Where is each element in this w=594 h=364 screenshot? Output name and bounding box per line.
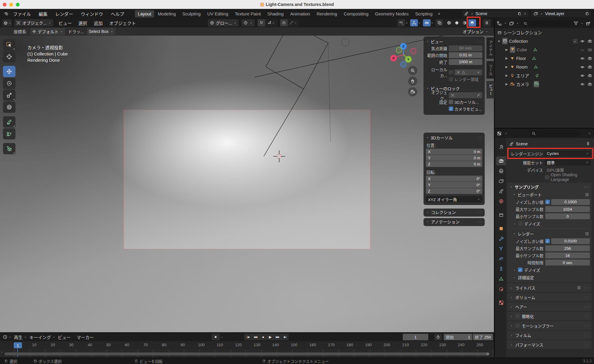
viewport-denoise-header[interactable]: › デノイズ [507, 220, 592, 227]
render-min-samples-field[interactable]: 16 [545, 252, 590, 258]
render-visibility-icon[interactable] [587, 82, 592, 87]
tab-world-properties[interactable] [496, 197, 506, 206]
shading-material-button[interactable] [461, 19, 468, 26]
workspace-tab[interactable]: Animation [287, 10, 313, 18]
scene-selector[interactable]: Scene [462, 10, 529, 17]
sampling-render-header[interactable]: レンダー [507, 230, 592, 237]
osl-checkbox[interactable] [545, 175, 549, 179]
clip-start-field[interactable]: 0.01 m [449, 52, 482, 58]
sampling-panel-header[interactable]: サンプリング:::: [507, 183, 592, 191]
light-paths-panel-header[interactable]: ›ライトパス:::: [507, 283, 592, 292]
film-panel-header[interactable]: ›フィルム:::: [507, 331, 592, 339]
jump-to-start-button[interactable]: |◀ [244, 334, 252, 340]
render-visibility-icon[interactable] [587, 39, 592, 44]
options-dropdown[interactable]: オプション [461, 28, 490, 35]
focal-length-field[interactable]: 50 mm [449, 45, 482, 51]
shading-solid-button[interactable] [453, 19, 461, 26]
snap-toggle-button[interactable] [257, 19, 265, 26]
properties-editor-icon[interactable] [497, 131, 502, 136]
menu-item[interactable]: 選択 [78, 20, 87, 26]
outliner-row-object[interactable]: ▶ Room [495, 63, 594, 71]
tool-rotate[interactable] [3, 78, 15, 89]
coord-system-dropdown[interactable]: デフォルト [30, 28, 65, 35]
timeline-scrollbar[interactable] [4, 352, 489, 355]
xray-toggle-button[interactable] [436, 19, 443, 26]
render-denoise-header[interactable]: › デノイズ [507, 266, 592, 274]
hidden-eye-icon[interactable] [580, 47, 585, 52]
render-region-checkbox[interactable] [449, 77, 453, 81]
cursor-loc-x-field[interactable]: X0 m [426, 149, 482, 155]
simplify-panel-header[interactable]: ›簡略化:::: [507, 312, 592, 320]
sidebar-tab-view[interactable]: ビュー [486, 81, 495, 98]
menu-item[interactable]: 追加 [94, 20, 103, 26]
cursor-rot-x-field[interactable]: X0° [426, 176, 482, 182]
outliner-search-input[interactable] [521, 20, 571, 27]
camera-to-view-checkbox[interactable] [449, 107, 453, 111]
workspace-tab[interactable]: Rendering [314, 10, 340, 18]
motion-blur-panel-header[interactable]: ›モーションブラー:::: [507, 321, 592, 330]
render-noise-checkbox[interactable] [545, 239, 550, 243]
proportional-falloff-dropdown[interactable] [288, 19, 299, 26]
sampling-viewport-header[interactable]: ビューポート [507, 191, 592, 198]
tab-particle-properties[interactable] [496, 244, 506, 253]
cursor-rot-y-field[interactable]: Y0° [426, 182, 482, 188]
new-collection-icon[interactable] [585, 21, 591, 26]
viewport-noise-checkbox[interactable] [545, 200, 550, 204]
prev-keyframe-button[interactable]: ◀◀ [252, 334, 259, 340]
tab-constraint-properties[interactable] [496, 264, 506, 274]
render-engine-dropdown[interactable]: Cycles [545, 150, 591, 157]
cursor-loc-y-field[interactable]: Y0 m [426, 155, 482, 161]
render-noise-field[interactable]: 0.0100 [551, 238, 590, 244]
tool-transform[interactable] [3, 101, 15, 113]
gizmo-neg-z-axis[interactable] [401, 62, 406, 67]
outliner-row-object[interactable]: ▶ エリア [495, 71, 594, 80]
render-max-samples-field[interactable]: 256 [545, 245, 590, 251]
zoom-view-button[interactable] [408, 66, 417, 75]
tab-output-properties[interactable] [496, 166, 506, 176]
menu-item[interactable]: ウィンドウ [81, 11, 103, 17]
advanced-header[interactable]: ›詳細設定 [507, 274, 592, 281]
lock-object-field[interactable] [449, 92, 482, 98]
workspace-tab[interactable]: Modeling [155, 10, 179, 18]
tool-add-cube[interactable] [3, 143, 15, 154]
view-panel-header[interactable]: ビュー:::: [426, 38, 482, 45]
outliner-row-object[interactable]: ▶ Floor [495, 54, 594, 63]
workspace-tab[interactable]: UV Editing [204, 10, 231, 18]
filter-type-icon[interactable] [509, 21, 514, 26]
properties-search-input[interactable] [529, 130, 580, 137]
overlays-dropdown[interactable] [423, 19, 434, 26]
shading-rendered-button[interactable] [468, 19, 476, 26]
workspace-tab[interactable]: Texture Paint [232, 10, 264, 18]
tool-annotate[interactable] [3, 116, 15, 128]
tab-physics-properties[interactable] [496, 254, 506, 263]
next-keyframe-button[interactable]: ▶▶ [274, 334, 281, 340]
use-preview-range-button[interactable] [434, 334, 442, 340]
unlink-scene-icon[interactable] [523, 12, 527, 15]
cursor-rot-z-field[interactable]: Z0° [426, 188, 482, 194]
pause-render-button[interactable] [483, 19, 491, 26]
hide-eye-icon[interactable] [580, 56, 585, 61]
mode-dropdown[interactable]: オブジェク... [14, 19, 53, 26]
cursor-loc-z-field[interactable]: Z0 m [426, 161, 482, 167]
timeline-marker-menu[interactable]: マーカー [77, 334, 94, 340]
local-camera-field[interactable]: カ... [454, 69, 482, 75]
time-limit-field[interactable]: 0 sec [545, 260, 590, 266]
menu-item[interactable]: オブジェクト [109, 20, 136, 26]
tab-tool-properties[interactable] [496, 143, 506, 152]
feature-set-dropdown[interactable]: 標準 [545, 159, 591, 166]
local-camera-checkbox[interactable] [449, 70, 453, 74]
motion-blur-checkbox[interactable] [515, 323, 520, 328]
cursor-panel-header[interactable]: 3Dカーソル:::: [426, 134, 482, 141]
add-workspace-button[interactable]: + [435, 10, 443, 17]
gizmos-dropdown[interactable] [410, 19, 421, 26]
tab-scene-properties[interactable] [496, 187, 506, 196]
menu-item[interactable]: レンダー [55, 11, 73, 17]
hide-eye-icon[interactable] [580, 65, 585, 69]
hair-panel-header[interactable]: ›ヘアー:::: [507, 302, 592, 311]
performance-panel-header[interactable]: ›パフォーマンス:::: [507, 340, 592, 349]
pivot-point-dropdown[interactable] [241, 19, 255, 26]
frame-end-field[interactable]: 終了250 [473, 334, 493, 340]
volumes-panel-header[interactable]: ›ボリューム:::: [507, 293, 592, 301]
editor-type-button[interactable] [2, 19, 12, 26]
tool-cursor[interactable] [3, 51, 15, 62]
